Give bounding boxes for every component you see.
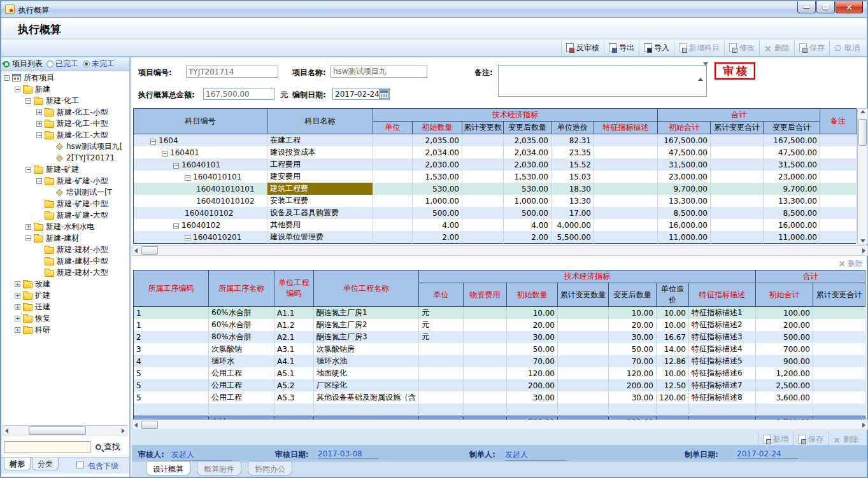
table-row[interactable]: 160401010101建筑工程费530.00530.0018.309,700.… xyxy=(134,183,857,195)
table-cell[interactable] xyxy=(558,367,609,379)
search-button[interactable]: 查找 xyxy=(104,441,120,453)
table-cell[interactable] xyxy=(711,171,764,183)
table-cell[interactable] xyxy=(558,343,609,355)
table-cell[interactable]: 特征指标描述7 xyxy=(689,379,756,391)
radio-finished[interactable]: 已完工 xyxy=(46,59,78,69)
table-cell[interactable] xyxy=(464,343,507,355)
cell-subject-code[interactable]: −1604010101 xyxy=(134,171,267,183)
tree-item[interactable]: +新建-水利水电 xyxy=(1,221,129,232)
table-cell[interactable] xyxy=(419,379,464,391)
table-cell[interactable]: 23,000.00 xyxy=(764,171,820,183)
cell-subject-name[interactable]: 设备及工器具购置费 xyxy=(267,207,373,219)
tree-item[interactable]: +扩建 xyxy=(1,290,129,301)
table-cell[interactable]: 70.00 xyxy=(507,355,558,367)
table-cell[interactable]: 次氯酸钠房 xyxy=(314,343,419,355)
table-cell[interactable]: 700.00 xyxy=(756,343,813,355)
search-icon[interactable] xyxy=(96,444,101,450)
table-cell[interactable] xyxy=(711,207,764,219)
cell-subject-code[interactable]: −16040102 xyxy=(134,219,267,231)
expander-minus-icon[interactable]: − xyxy=(173,163,179,169)
scroll-up-icon[interactable] xyxy=(860,110,865,113)
tree-item[interactable]: 新建-建材-大型 xyxy=(1,267,129,278)
table-row[interactable]: 160%水合肼A1.1酮连氮主厂房1元10.0010.0010.00特征指标描述… xyxy=(134,307,865,320)
table-cell[interactable] xyxy=(813,379,865,391)
table-cell[interactable]: 10.00 xyxy=(609,307,657,320)
table-cell[interactable] xyxy=(558,391,609,404)
expander-minus-icon[interactable]: − xyxy=(4,75,10,81)
table-cell[interactable]: 13.30 xyxy=(551,195,594,207)
table-cell[interactable] xyxy=(464,355,507,367)
table-cell[interactable] xyxy=(464,367,507,379)
table-cell[interactable]: 13,300.00 xyxy=(764,195,820,207)
table-cell[interactable]: 4.00 xyxy=(504,219,551,231)
table-cell[interactable]: 50.00 xyxy=(609,343,657,355)
table-cell[interactable]: 30.00 xyxy=(609,331,657,343)
table-cell[interactable]: A3.1 xyxy=(274,343,314,355)
table-cell[interactable] xyxy=(594,158,658,171)
table-cell[interactable]: 5,500.00 xyxy=(551,231,594,244)
table-row[interactable]: 4循环水A4.1循环水池70.0070.0012.86特征指标描述5900.00 xyxy=(134,355,865,367)
table-cell[interactable]: 4 xyxy=(134,355,209,367)
table-cell[interactable]: 元 xyxy=(419,331,464,343)
table-cell[interactable]: 特征指标描述3 xyxy=(689,331,756,343)
search-input[interactable] xyxy=(4,441,90,453)
table-cell[interactable]: 31,500.00 xyxy=(764,158,820,171)
table-cell[interactable] xyxy=(594,171,658,183)
table-cell[interactable] xyxy=(813,331,865,343)
table-cell[interactable] xyxy=(462,219,504,231)
table-cell[interactable] xyxy=(820,134,857,147)
expander-plus-icon[interactable]: + xyxy=(25,224,31,230)
tree-item[interactable]: 新建-矿建-大型 xyxy=(1,209,129,221)
table-cell[interactable]: 1 xyxy=(134,307,209,320)
table-cell[interactable]: 16,000.00 xyxy=(764,219,820,231)
table-cell[interactable]: 酮连氮主厂房1 xyxy=(314,307,419,320)
table-cell[interactable]: 23.35 xyxy=(551,146,594,158)
table-cell[interactable] xyxy=(462,158,504,171)
table-cell[interactable]: 2,034.00 xyxy=(504,146,551,158)
table-cell[interactable]: 4,000.00 xyxy=(551,219,594,231)
table-cell[interactable] xyxy=(373,146,413,158)
remark-scrollbar[interactable] xyxy=(698,66,706,96)
table-cell[interactable]: 1,530.00 xyxy=(504,171,551,183)
tree-item[interactable]: +新建-化工-小型 xyxy=(1,106,129,118)
scroll-left-icon[interactable] xyxy=(134,423,138,428)
tree-item[interactable]: 新建-建材-中型 xyxy=(1,255,129,267)
table-cell[interactable] xyxy=(464,379,507,391)
unaudit-button[interactable]: 反审核 xyxy=(561,40,604,55)
scroll-right-icon[interactable] xyxy=(862,248,865,253)
expander-minus-icon[interactable]: − xyxy=(15,87,20,92)
table-cell[interactable]: 500.00 xyxy=(413,207,462,219)
table-cell[interactable]: 500.00 xyxy=(756,331,813,343)
expander-plus-icon[interactable]: + xyxy=(15,293,20,299)
table-cell[interactable]: 特征指标描述6 xyxy=(689,367,756,379)
expander-minus-icon[interactable]: − xyxy=(36,132,42,138)
expander-minus-icon[interactable]: − xyxy=(185,175,190,181)
table-cell[interactable] xyxy=(813,391,865,404)
table-cell[interactable]: 10.00 xyxy=(507,307,558,320)
table-cell[interactable]: 3 xyxy=(134,343,209,355)
table-cell[interactable]: A2.1 xyxy=(274,331,314,343)
table-cell[interactable] xyxy=(711,195,764,207)
table-cell[interactable] xyxy=(813,307,865,320)
tree-item[interactable]: 新建-矿建-中型 xyxy=(1,198,129,209)
tree-item[interactable]: 2[TYJT20171 xyxy=(1,152,129,164)
table-cell[interactable] xyxy=(594,134,658,147)
table-cell[interactable]: 公用工程 xyxy=(209,391,274,404)
table-cell[interactable]: 酮连氮主厂房2 xyxy=(314,319,419,331)
table-cell[interactable] xyxy=(820,146,857,158)
table-cell[interactable] xyxy=(594,207,658,219)
table-cell[interactable] xyxy=(462,207,504,219)
expander-minus-icon[interactable]: − xyxy=(150,139,156,144)
table-cell[interactable] xyxy=(462,146,504,158)
restore-button[interactable] xyxy=(816,1,835,13)
table-cell[interactable]: 14.00 xyxy=(657,343,689,355)
export-button[interactable]: 导出 xyxy=(604,40,639,55)
tree-item[interactable]: +迁建 xyxy=(1,301,129,313)
table-cell[interactable] xyxy=(462,195,504,207)
tree-item[interactable]: +科研 xyxy=(1,324,129,335)
table-cell[interactable] xyxy=(462,231,504,244)
expander-plus-icon[interactable]: + xyxy=(15,281,20,287)
table-cell[interactable] xyxy=(462,134,504,147)
table-cell[interactable] xyxy=(711,219,764,231)
tab-collaboration[interactable]: 协同办公 xyxy=(248,462,292,475)
